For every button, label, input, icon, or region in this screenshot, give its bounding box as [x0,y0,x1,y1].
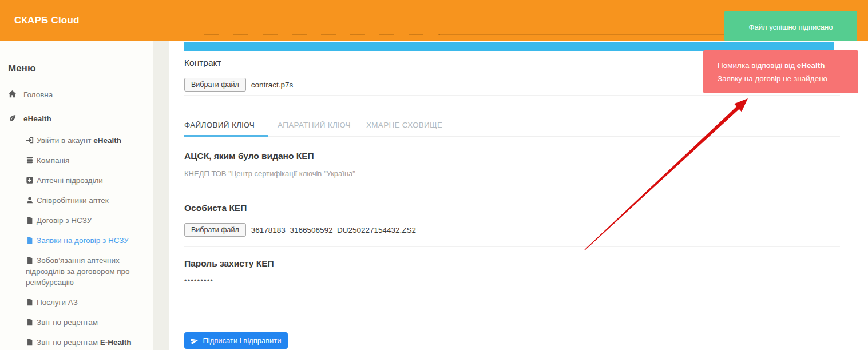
sidebar-item-label: eHealth [23,114,51,123]
personal-key-filename: 36178183_3166506592_DU250227154432.ZS2 [251,226,416,234]
sidebar-item-ehealth[interactable]: eHealth [8,113,153,124]
sidebar-item-home[interactable]: Головна [8,89,153,100]
sidebar-item-label-prefix: Увійти в акаунт [37,136,93,145]
tab-hardware-key[interactable]: АПАРАТНИЙ КЛЮЧ [278,121,351,129]
sidebar-item-nszu-contract-requests[interactable]: Заявки на договір з НСЗУ [26,235,149,246]
acsk-label: АЦСК, яким було видано КЕП [184,151,314,161]
file-icon [26,298,34,306]
password-field[interactable]: ••••••••• [184,277,213,285]
personal-key-choose-file-button[interactable]: Вибрати файл [184,223,246,237]
sidebar-item-label: Звіт по рецептам [37,318,98,327]
plus-square-icon [26,176,34,184]
file-icon [26,338,34,346]
toast-error[interactable]: Помилка відповіді від eHealth Заявку на … [703,50,858,93]
sidebar-item-pharmacy-staff[interactable]: Співробітники аптек [26,195,149,206]
sidebar: Меню Головна eHealth Увійти в акаунт eHe… [0,41,153,350]
sidebar-item-label: Компанія [37,156,69,165]
file-icon [26,256,34,264]
toast-success-text: Файл успішно підписано [749,23,833,31]
sidebar-item-label: Послуги АЗ [37,298,78,307]
sidebar-item-label: Заявки на договір з НСЗУ [37,236,129,245]
sidebar-item-label: Головна [23,90,53,99]
file-icon [26,236,34,244]
sidebar-item-label-bold: eHealth [93,136,121,145]
sidebar-title: Меню [8,63,153,74]
home-icon [8,90,17,98]
paper-plane-icon [191,337,199,345]
password-label: Пароль захисту КЕП [184,258,274,269]
sidebar-item-login-ehealth[interactable]: Увійти в акаунт eHealth [26,135,149,146]
header-dashes-decoration [204,34,440,35]
toast-error-line2: Заявку на договір не знайдено [718,73,853,86]
file-icon [26,318,34,326]
toast-error-bold: eHealth [797,61,825,70]
sidebar-item-label-bold: E-Health [100,338,132,347]
personal-key-file-input: Вибрати файл 36178183_3166506592_DU25022… [184,223,416,237]
sign-and-send-button[interactable]: Підписати і відправити [184,332,288,349]
sidebar-divider [153,41,169,350]
toast-error-line1: Помилка відповіді від eHealth [718,59,853,73]
section-separator [184,95,840,96]
sidebar-item-pharmacy-units[interactable]: Аптечні підрозділи [26,175,149,186]
contract-filename: contract.p7s [251,81,294,89]
active-tab-underline [184,135,268,137]
tab-file-key[interactable]: ФАЙЛОВИЙ КЛЮЧ [184,121,255,129]
sidebar-item-az-services[interactable]: Послуги АЗ [26,297,149,308]
personal-key-label: Особиста КЕП [184,203,247,213]
tab-cloud-storage[interactable]: ХМАРНЕ СХОВИЩЕ [366,121,442,129]
user-icon [26,196,34,204]
toast-success[interactable]: Файл успішно підписано [724,11,857,41]
database-icon [26,156,34,164]
file-icon [26,216,34,224]
sidebar-item-label: Співробітники аптек [37,196,109,205]
section-separator [184,299,840,299]
leaf-icon [8,114,17,122]
sidebar-item-label: Аптечні підрозділи [37,176,103,185]
tabs-baseline [268,136,840,137]
sidebar-item-label-prefix: Звіт по рецептам [37,338,100,347]
contract-file-input: Вибрати файл contract.p7s [184,78,293,92]
sidebar-item-nszu-contract[interactable]: Договір з НСЗУ [26,215,149,226]
sidebar-item-reimbursement-obligations[interactable]: Зобов’язання аптечних підрозділів за дог… [26,255,149,288]
sign-and-send-label: Підписати і відправити [203,336,281,345]
app-brand[interactable]: СКАРБ Cloud [14,15,80,26]
app-window: СКАРБ Cloud Меню Головна eHealth Увійти … [0,0,868,350]
sidebar-item-label: Договір з НСЗУ [37,216,92,225]
acsk-select-value[interactable]: КНЕДП ТОВ "Центр сертифікації ключів "Ук… [184,169,355,178]
contract-choose-file-button[interactable]: Вибрати файл [184,78,246,92]
section-separator [184,194,840,194]
sidebar-item-prescription-report-ehealth[interactable]: Звіт по рецептам E-Health [26,337,149,348]
sign-in-icon [26,136,34,144]
section-separator [184,246,840,247]
sidebar-item-label: Зобов’язання аптечних підрозділів за дог… [26,256,130,287]
sidebar-item-company[interactable]: Компанія [26,155,149,166]
contract-label: Контракт [184,58,221,68]
sidebar-item-prescription-report[interactable]: Звіт по рецептам [26,317,149,328]
